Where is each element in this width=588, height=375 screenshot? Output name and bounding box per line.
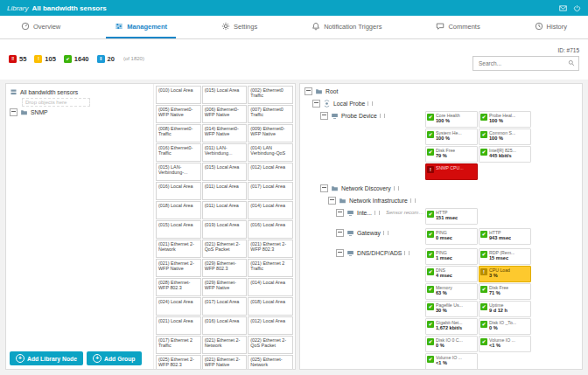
search-icon[interactable] <box>568 59 575 66</box>
sensor-grid-cell[interactable]: (012) Local Area <box>248 163 293 181</box>
library-root-node[interactable]: All bandwidth sensors <box>10 87 150 97</box>
sensor-chip[interactable]: ✔Disk IO 0 C...0 % <box>425 336 478 352</box>
sensor-grid-cell[interactable]: (022) Ethernet 2-QoS Packet <box>248 336 293 354</box>
sensor-grid-cell[interactable]: (005) Ethernet0-WFP Native <box>156 105 201 123</box>
sensor-chip[interactable]: ✔PING1 msec <box>425 248 478 265</box>
sensor-grid-cell[interactable]: (016) Local Area <box>156 182 201 200</box>
sensor-chip[interactable]: ✔Common S...100 % <box>479 128 531 145</box>
sensor-grid-cell[interactable]: (021) Local Area <box>156 316 201 335</box>
sensor-grid-cell[interactable]: (021) Ethernet 2-Network <box>202 336 248 354</box>
tree-node-root[interactable]: Root <box>304 87 338 95</box>
sensor-grid-cell[interactable]: (014) Ethernet0-WFP Native <box>202 124 248 142</box>
sensor-chip[interactable]: ✔Memory63 % <box>425 283 478 300</box>
sensor-chip[interactable]: !SNMP CPU... <box>425 163 478 180</box>
tab-history[interactable]: History <box>526 16 576 38</box>
sensor-grid-cell[interactable]: (015) Local Area <box>202 86 248 104</box>
sensor-grid-cell[interactable]: (016) Local Area <box>248 220 293 239</box>
sensor-grid-cell[interactable]: (018) Local Area <box>156 201 201 219</box>
sensor-grid-cell[interactable]: (011) Local Area <box>202 182 248 200</box>
collapse-toggle-icon[interactable] <box>320 112 328 120</box>
tree-node-inte[interactable]: Inte...Sensor recommendation in progress… <box>304 208 425 217</box>
sensor-grid-cell[interactable]: (011) LAN-Verbindung... <box>202 143 248 162</box>
sensor-chip[interactable]: ✔Volume IO ...<1 % <box>479 336 531 352</box>
count-up[interactable]: ✔1640 <box>64 55 89 63</box>
sensor-grid-cell[interactable]: (024) Local Area <box>156 297 201 316</box>
sensor-grid-cell[interactable]: (015) Local Area <box>202 163 248 181</box>
collapse-toggle-icon[interactable] <box>312 100 320 108</box>
add-group-button[interactable]: +Add Group <box>87 351 142 365</box>
sensor-grid-cell[interactable]: (021) Ethernet 2-QoS Packet <box>202 240 248 258</box>
sensor-grid-cell[interactable]: (017) Ethernet 2 Traffic <box>156 336 201 354</box>
sensor-grid-cell[interactable]: (029) Ethernet-WFP 802.3 <box>202 259 248 277</box>
library-node-snmp[interactable]: SNMP <box>10 108 150 117</box>
collapse-toggle-icon[interactable] <box>336 249 344 257</box>
sensor-chip[interactable]: ✔PING0 msec <box>425 228 478 245</box>
sensor-grid-cell[interactable]: (029) Ethernet-WFP Native <box>202 278 248 296</box>
sensor-grid-cell[interactable]: (021) Ethernet 2 Traffic <box>248 259 293 277</box>
count-down[interactable]: !!55 <box>9 55 26 63</box>
collapse-toggle-icon[interactable] <box>10 108 18 116</box>
count-paused[interactable]: II20 <box>97 55 115 63</box>
sensor-chip[interactable]: ✔HTTP943 msec <box>479 228 531 245</box>
tab-settings[interactable]: Settings <box>213 16 266 38</box>
sensor-grid-cell[interactable]: (017) Local Area <box>202 297 248 316</box>
sensor-grid-cell[interactable]: (014) LAN Verbindung-QoS <box>248 143 293 162</box>
sensor-grid-cell[interactable]: (016) Local Area <box>202 316 248 335</box>
count-warning[interactable]: !105 <box>34 55 56 63</box>
search-input[interactable] <box>477 59 564 67</box>
tree-node-network-infrastructure[interactable]: Network Infrastructure <box>304 196 416 205</box>
pause-icon[interactable] <box>374 211 380 215</box>
collapse-toggle-icon[interactable] <box>336 209 344 217</box>
sensor-grid-cell[interactable]: (017) Local Area <box>248 182 293 200</box>
pause-icon[interactable] <box>404 251 410 255</box>
tree-node-network-discovery[interactable]: Network Discovery <box>304 184 399 192</box>
sensor-chip[interactable]: ✔Probe Heal...100 % <box>479 111 531 128</box>
sensor-grid-cell[interactable]: (010) Local Area <box>156 86 201 104</box>
sensor-chip[interactable]: ✔Pagefile Us...30 % <box>425 301 478 317</box>
tree-node-local-probe[interactable]: Local Probe <box>304 99 373 108</box>
add-library-node-button[interactable]: +Add Library Node <box>10 351 83 365</box>
sensor-chip[interactable]: ✔Disk Free79 % <box>425 146 478 163</box>
tree-node-dns-dhcp-ads[interactable]: DNS/DHCP/ADS <box>304 248 410 257</box>
sensor-grid-cell[interactable]: (018) Local Area <box>248 297 293 316</box>
collapse-toggle-icon[interactable] <box>336 229 344 237</box>
sensor-chip[interactable]: ✔Gigabit-Net...1,672 kbit/s <box>425 318 478 335</box>
sensor-grid-cell[interactable]: (011) Local Area <box>202 201 248 219</box>
sensor-grid-cell[interactable]: (021) Ethernet 2-WFP Native <box>202 355 248 369</box>
tab-management[interactable]: Management <box>106 16 176 38</box>
pause-icon[interactable] <box>368 101 373 106</box>
sensor-chip[interactable]: ✔RDP (Rem...15 msec <box>479 248 531 265</box>
sensor-chip[interactable]: ✔Intel[R] 825...445 kbit/s <box>479 146 531 163</box>
sensor-grid-cell[interactable]: (019) Local Area <box>202 220 248 239</box>
sensor-grid-cell[interactable]: (014) Local Area <box>248 201 293 219</box>
sensor-grid-cell[interactable]: (025) Ethernet-Network <box>248 355 293 369</box>
sensor-chip[interactable]: ✔Disk IO _To...0 % <box>479 318 531 335</box>
collapse-toggle-icon[interactable] <box>320 184 328 192</box>
sensor-grid-cell[interactable]: (015) Local Area <box>156 220 201 239</box>
sensor-grid-cell[interactable]: (016) Ethernet0-Traffic <box>156 143 201 162</box>
sensor-grid-cell[interactable]: (006) Ethernet0-WFP Native <box>202 105 248 123</box>
pause-icon[interactable] <box>394 186 399 191</box>
pause-icon[interactable] <box>383 231 388 235</box>
tree-node-gateway[interactable]: Gateway <box>304 228 388 237</box>
sensor-grid-cell[interactable]: (014) Local Area <box>248 278 293 296</box>
sensor-grid-cell[interactable]: (028) Ethernet-WFP 802.3 <box>156 278 201 296</box>
sensor-grid-cell[interactable]: (025) Ethernet 2-WFP 802.3 <box>156 355 201 369</box>
sensor-chip[interactable]: ✔DNS4 msec <box>425 266 478 282</box>
sensor-chip[interactable]: ✔Disk Free71 % <box>479 283 531 300</box>
sensor-grid-cell[interactable]: (007) Ethernet0 Traffic <box>248 105 293 123</box>
pause-icon[interactable] <box>410 198 416 203</box>
sensor-chip[interactable]: ✔Uptime9 d 12 h <box>479 301 531 317</box>
sensor-chip[interactable]: ✔System He...100 % <box>425 128 478 145</box>
sensor-chip[interactable]: ✔Volume IO ...<1 % <box>425 353 478 370</box>
tab-overview[interactable]: Overview <box>12 16 69 38</box>
mail-icon[interactable] <box>559 4 567 12</box>
tree-node-probe-device[interactable]: Probe Device <box>304 111 385 120</box>
sensor-grid-cell[interactable]: (021) Ethernet 2-Network <box>156 240 201 258</box>
sensor-chip[interactable]: ✔Core Health100 % <box>425 111 478 128</box>
logout-icon[interactable] <box>573 4 581 12</box>
tab-comments[interactable]: Comments <box>427 16 488 38</box>
sensor-chip[interactable]: !CPU Load3 % <box>479 266 531 282</box>
tab-notification-triggers[interactable]: Notification Triggers <box>303 16 390 38</box>
sensor-grid-cell[interactable]: (008) Ethernet0-Traffic <box>156 124 201 142</box>
